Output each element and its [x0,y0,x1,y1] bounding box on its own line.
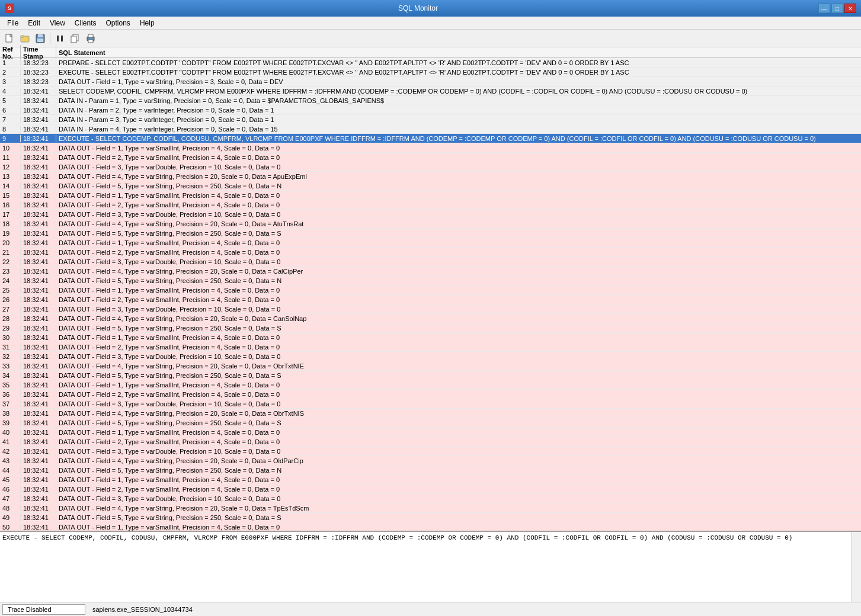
toolbar-separator-1 [50,33,50,44]
table-row[interactable]: 1218:32:41DATA OUT - Field = 3, Type = v… [0,162,861,172]
table-row[interactable]: 218:32:23EXECUTE - SELECT E002TPT.CODTPT… [0,68,861,77]
table-row[interactable]: 3018:32:41DATA OUT - Field = 1, Type = v… [0,333,861,342]
cell-sql: DATA OUT - Field = 3, Type = varDouble, … [56,306,861,313]
cell-sql: DATA OUT - Field = 1, Type = varSmallInt… [56,381,861,389]
cell-ref: 27 [0,306,21,313]
table-row[interactable]: 3418:32:41DATA OUT - Field = 5, Type = v… [0,371,861,380]
menu-item-view[interactable]: View [45,18,70,28]
cell-sql: DATA IN - Param = 2, Type = varInteger, … [56,107,861,114]
app-icon: S [5,4,14,13]
cell-sql: DATA OUT - Field = 2, Type = varSmallInt… [56,486,861,493]
table-row[interactable]: 3518:32:41DATA OUT - Field = 1, Type = v… [0,380,861,390]
toolbar-pause-button[interactable] [53,32,67,45]
table-row[interactable]: 1718:32:41DATA OUT - Field = 3, Type = v… [0,210,861,219]
cell-ref: 41 [0,438,21,445]
cell-sql: DATA OUT - Field = 1, Type = varSmallInt… [56,524,861,531]
table-row[interactable]: 1018:32:41DATA OUT - Field = 1, Type = v… [0,143,861,153]
table-row[interactable]: 2918:32:41DATA OUT - Field = 5, Type = v… [0,323,861,333]
toolbar-open-button[interactable] [18,32,32,45]
toolbar-save-button[interactable] [33,32,47,45]
table-row[interactable]: 3818:32:41DATA OUT - Field = 4, Type = v… [0,409,861,418]
table-row[interactable]: 418:32:41SELECT CODEMP, CODFIL, CMPFRM, … [0,86,861,96]
cell-sql: DATA OUT - Field = 1, Type = varSmallInt… [56,476,861,483]
cell-time: 18:32:41 [21,135,56,142]
table-row[interactable]: 2218:32:41DATA OUT - Field = 3, Type = v… [0,257,861,267]
table-row[interactable]: 2018:32:41DATA OUT - Field = 1, Type = v… [0,238,861,248]
cell-sql: DATA OUT - Field = 2, Type = varSmallInt… [56,438,861,445]
table-row[interactable]: 1418:32:41DATA OUT - Field = 5, Type = v… [0,181,861,191]
toolbar-new-button[interactable] [2,32,17,45]
table-row[interactable]: 318:32:23DATA OUT - Field = 1, Type = va… [0,77,861,86]
table-row[interactable]: 4418:32:41DATA OUT - Field = 5, Type = v… [0,466,861,475]
table-row[interactable]: 2418:32:41DATA OUT - Field = 5, Type = v… [0,276,861,285]
table-row[interactable]: 3618:32:41DATA OUT - Field = 2, Type = v… [0,390,861,399]
table-row[interactable]: 4618:32:41DATA OUT - Field = 2, Type = v… [0,485,861,494]
cell-time: 18:32:41 [21,154,56,161]
window-controls[interactable]: — □ ✕ [818,4,856,13]
table-row[interactable]: 3318:32:41DATA OUT - Field = 4, Type = v… [0,361,861,371]
menu-item-help[interactable]: Help [135,18,159,28]
table-row[interactable]: 4718:32:41DATA OUT - Field = 3, Type = v… [0,494,861,503]
detail-scrollbar[interactable] [852,532,861,602]
cell-sql: DATA OUT - Field = 4, Type = varString, … [56,268,861,275]
menu-item-options[interactable]: Options [101,18,135,28]
cell-ref: 11 [0,154,21,161]
cell-sql: DATA OUT - Field = 3, Type = varDouble, … [56,211,861,218]
cell-time: 18:32:23 [21,69,56,76]
cell-time: 18:32:41 [21,277,56,284]
table-row[interactable]: 918:32:41EXECUTE - SELECT CODEMP, CODFIL… [0,134,861,143]
cell-sql: DATA OUT - Field = 3, Type = varDouble, … [56,495,861,502]
table-row[interactable]: 4118:32:41DATA OUT - Field = 2, Type = v… [0,437,861,447]
table-row[interactable]: 3118:32:41DATA OUT - Field = 2, Type = v… [0,342,861,352]
table-row[interactable]: 1918:32:41DATA OUT - Field = 5, Type = v… [0,229,861,238]
cell-time: 18:32:41 [21,419,56,426]
table-row[interactable]: 2518:32:41DATA OUT - Field = 1, Type = v… [0,285,861,295]
menu-item-clients[interactable]: Clients [70,18,101,28]
table-row[interactable]: 2718:32:41DATA OUT - Field = 3, Type = v… [0,304,861,314]
table-row[interactable]: 2118:32:41DATA OUT - Field = 2, Type = v… [0,248,861,257]
toolbar-print-button[interactable] [84,32,98,45]
table-row[interactable]: 5018:32:41DATA OUT - Field = 1, Type = v… [0,522,861,531]
table-row[interactable]: 3918:32:41DATA OUT - Field = 5, Type = v… [0,418,861,428]
table-row[interactable]: 818:32:41DATA IN - Param = 4, Type = var… [0,124,861,134]
table-row[interactable]: 1618:32:41DATA OUT - Field = 2, Type = v… [0,200,861,210]
table-row[interactable]: 618:32:41DATA IN - Param = 2, Type = var… [0,105,861,115]
table-row[interactable]: 2318:32:41DATA OUT - Field = 4, Type = v… [0,267,861,276]
table-row[interactable]: 1518:32:41DATA OUT - Field = 1, Type = v… [0,191,861,200]
maximize-button[interactable]: □ [831,4,843,13]
menu-item-edit[interactable]: Edit [23,18,45,28]
table-row[interactable]: 4218:32:41DATA OUT - Field = 3, Type = v… [0,447,861,456]
table-row[interactable]: 2618:32:41DATA OUT - Field = 2, Type = v… [0,295,861,304]
cell-time: 18:32:41 [21,239,56,246]
cell-ref: 40 [0,429,21,436]
cell-ref: 42 [0,448,21,455]
cell-ref: 7 [0,116,21,123]
table-row[interactable]: 1818:32:41DATA OUT - Field = 4, Type = v… [0,219,861,229]
table-row[interactable]: 3718:32:41DATA OUT - Field = 3, Type = v… [0,399,861,409]
minimize-button[interactable]: — [818,4,830,13]
table-row[interactable]: 4918:32:41DATA OUT - Field = 5, Type = v… [0,513,861,522]
cell-sql: DATA OUT - Field = 3, Type = varDouble, … [56,448,861,455]
table-row[interactable]: 1318:32:41DATA OUT - Field = 4, Type = v… [0,172,861,181]
table-row[interactable]: 2818:32:41DATA OUT - Field = 4, Type = v… [0,314,861,323]
table-row[interactable]: 718:32:41DATA IN - Param = 3, Type = var… [0,115,861,124]
table-area: 118:32:23PREPARE - SELECT E002TPT.CODTPT… [0,58,861,531]
table-row[interactable]: 4318:32:41DATA OUT - Field = 4, Type = v… [0,456,861,466]
table-row[interactable]: 4518:32:41DATA OUT - Field = 1, Type = v… [0,475,861,485]
cell-time: 18:32:41 [21,192,56,199]
svg-rect-8 [61,36,63,41]
menu-item-file[interactable]: File [2,18,23,28]
cell-sql: DATA OUT - Field = 4, Type = varString, … [56,220,861,227]
table-row[interactable]: 4018:32:41DATA OUT - Field = 1, Type = v… [0,428,861,437]
table-scroll[interactable]: 118:32:23PREPARE - SELECT E002TPT.CODTPT… [0,58,861,531]
close-button[interactable]: ✕ [844,4,856,13]
table-row[interactable]: 4818:32:41DATA OUT - Field = 4, Type = v… [0,503,861,513]
table-row[interactable]: 118:32:23PREPARE - SELECT E002TPT.CODTPT… [0,58,861,68]
cell-ref: 12 [0,163,21,171]
toolbar-copy-button[interactable] [68,32,82,45]
table-row[interactable]: 518:32:41DATA IN - Param = 1, Type = var… [0,96,861,105]
cell-ref: 30 [0,334,21,341]
cell-sql: DATA OUT - Field = 1, Type = varSmallInt… [56,429,861,436]
table-row[interactable]: 1118:32:41DATA OUT - Field = 2, Type = v… [0,153,861,162]
table-row[interactable]: 3218:32:41DATA OUT - Field = 3, Type = v… [0,352,861,361]
